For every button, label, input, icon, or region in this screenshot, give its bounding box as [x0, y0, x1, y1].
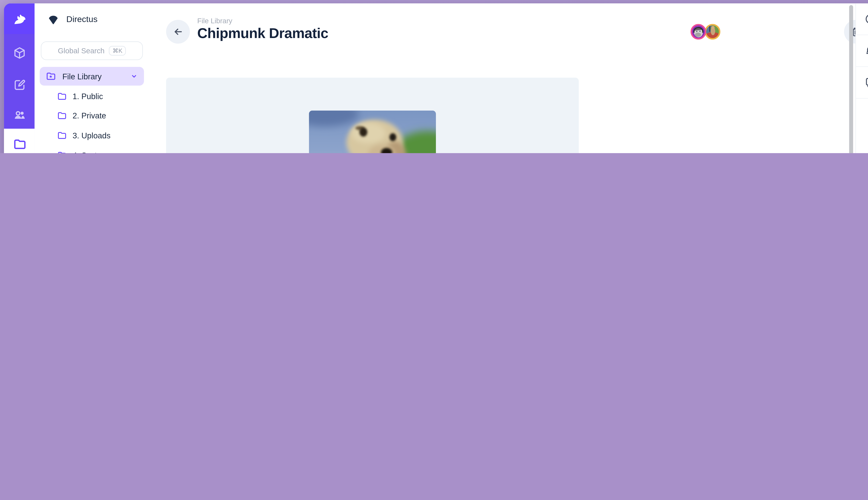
right-sidebar: 1 — [855, 3, 868, 153]
app-window: ? — [4, 3, 868, 153]
global-search-placeholder: Global Search — [58, 46, 104, 55]
module-editor[interactable] — [4, 69, 35, 100]
notifications-bell-icon — [865, 44, 868, 56]
chevron-down-icon[interactable] — [130, 72, 138, 81]
logo-button[interactable] — [4, 3, 35, 34]
nav-folder-private[interactable]: 2. Private — [35, 106, 148, 125]
folder-star-icon — [45, 71, 56, 82]
nav-folder-label: 4. System — [72, 151, 108, 153]
users-icon — [12, 108, 26, 122]
folder-icon — [12, 137, 26, 151]
nav-sidebar: Directus Global Search ⌘K File Library 1… — [35, 3, 148, 153]
edit-icon — [13, 78, 26, 91]
comment-icon — [865, 76, 868, 88]
box-icon — [13, 46, 26, 59]
info-icon — [865, 13, 868, 25]
module-users[interactable] — [4, 100, 35, 130]
search-shortcut-badge: ⌘K — [109, 46, 126, 56]
nav-folder-public[interactable]: 1. Public — [35, 87, 148, 106]
module-content[interactable] — [4, 37, 35, 68]
chipmunk-image — [309, 111, 436, 153]
main-content: File Library Chipmunk Dramatic — [148, 3, 856, 153]
nav-folder-system[interactable]: 4. System — [35, 146, 148, 153]
desktop: ? — [0, 0, 868, 153]
page-title: Chipmunk Dramatic — [197, 25, 328, 42]
fan-icon — [47, 12, 59, 25]
comments-button[interactable] — [856, 67, 868, 98]
folder-icon — [57, 91, 67, 102]
nav-item-label: File Library — [62, 72, 130, 81]
global-search-input[interactable]: Global Search ⌘K — [41, 41, 143, 60]
rabbit-logo-icon — [11, 10, 28, 27]
folder-icon — [57, 111, 67, 121]
nav-folder-label: 3. Uploads — [72, 131, 111, 140]
scrollbar[interactable] — [849, 5, 853, 153]
chipmunk-avatar[interactable] — [705, 24, 720, 39]
info-button[interactable] — [856, 3, 868, 34]
file-preview-panel[interactable] — [166, 78, 579, 153]
folder-icon — [57, 130, 67, 141]
file-preview-image[interactable] — [309, 111, 436, 153]
sidebar-divider — [856, 98, 868, 99]
project-header[interactable]: Directus — [35, 9, 148, 28]
nav-folder-label: 1. Public — [72, 92, 103, 101]
nav-item-file-library[interactable]: File Library — [40, 67, 144, 86]
notifications-button[interactable] — [856, 35, 868, 66]
breadcrumb[interactable]: File Library — [197, 17, 232, 25]
module-files[interactable] — [4, 129, 35, 153]
nav-folder-label: 2. Private — [72, 111, 106, 120]
back-button[interactable] — [166, 20, 190, 44]
back-arrow-icon — [172, 26, 184, 37]
nav-folder-uploads[interactable]: 3. Uploads — [35, 126, 148, 145]
project-name: Directus — [66, 14, 98, 24]
user-avatar[interactable] — [690, 24, 706, 39]
module-bar: ? — [4, 3, 35, 153]
folder-icon — [57, 150, 67, 153]
